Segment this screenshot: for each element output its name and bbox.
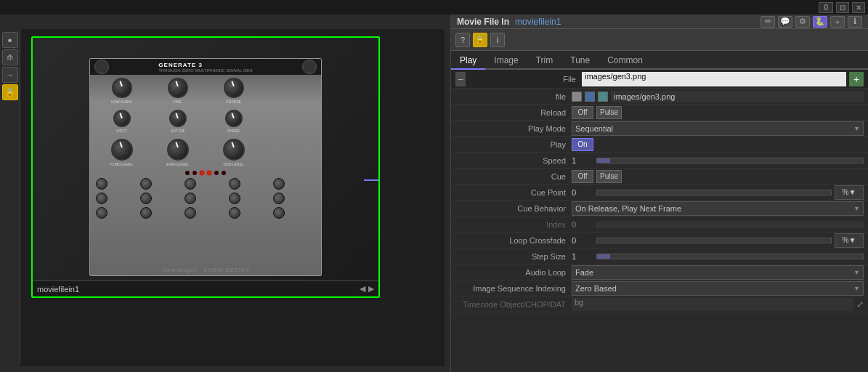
reload-label: Reload — [455, 108, 572, 117]
image-seq-text: Zero Based — [575, 284, 617, 293]
knob-low-audio[interactable] — [112, 78, 132, 98]
jacks-area-2 — [90, 191, 321, 206]
tab-tune[interactable]: Tune — [561, 52, 599, 70]
jack-10[interactable] — [273, 193, 285, 204]
jack-9[interactable] — [229, 193, 240, 204]
plus-icon-btn[interactable]: + — [830, 16, 845, 28]
jack-15[interactable] — [273, 207, 285, 219]
knob-odd[interactable] — [223, 139, 245, 161]
led-5 — [214, 171, 219, 175]
right-panel: Movie File In moviefilein1 ✏ 💬 ⚙ 🐍 + ℹ ?… — [450, 15, 868, 372]
jack-13[interactable] — [184, 207, 196, 219]
edit-icon-btn[interactable]: ✏ — [760, 16, 775, 28]
cue-pulse-btn[interactable]: Pulse — [596, 170, 622, 183]
add-file-btn[interactable]: + — [849, 72, 864, 86]
info-icon-btn[interactable]: ℹ — [848, 16, 862, 28]
canvas-area[interactable]: GENERATE 3 THROUGH ZERO MULTIPHONIC SIGN… — [20, 29, 445, 366]
sidebar-btn-lock[interactable]: 🔒 — [2, 84, 18, 100]
play-mode-value: Sequential ▼ — [572, 121, 864, 136]
sidebar-btn-arrow[interactable]: ⟰ — [2, 49, 18, 65]
jack-4[interactable] — [229, 178, 240, 190]
knob-group-2: FINE — [152, 78, 203, 104]
knob-extfm[interactable] — [169, 110, 187, 127]
cue-point-row: Cue Point 0 % ▼ — [451, 185, 868, 201]
led-6 — [222, 171, 226, 175]
lock-btn[interactable]: 🔒 — [473, 33, 487, 47]
timecode-icon[interactable]: ⤢ — [856, 299, 864, 310]
reload-pulse-btn[interactable]: Pulse — [596, 106, 622, 119]
cue-point-slider[interactable] — [596, 190, 832, 195]
file-path-row: file images/gen3.png — [451, 89, 868, 105]
swatch-gray[interactable] — [572, 92, 582, 102]
jack-6[interactable] — [96, 193, 108, 204]
image-seq-dropdown[interactable]: Zero Based ▼ — [572, 281, 864, 296]
leds-row — [90, 169, 321, 177]
knob-phase[interactable] — [225, 110, 243, 127]
python-icon-btn[interactable]: 🐍 — [813, 16, 827, 28]
window-icon-2[interactable]: ✕ — [852, 2, 865, 13]
cue-off-btn[interactable]: Off — [572, 170, 593, 183]
play-mode-label: Play Mode — [455, 124, 572, 133]
jack-7[interactable] — [140, 193, 152, 204]
speed-slider[interactable] — [596, 158, 864, 163]
knob-voct[interactable] — [113, 110, 131, 127]
settings-icon-btn[interactable]: ⚙ — [795, 16, 810, 28]
jack-2[interactable] — [140, 178, 152, 190]
play-on-btn[interactable]: On — [572, 138, 593, 151]
knob-coarse[interactable] — [224, 78, 244, 98]
loop-crossfade-slider[interactable] — [596, 238, 832, 243]
loop-crossfade-unit[interactable]: % ▼ — [835, 233, 864, 248]
jack-11[interactable] — [96, 207, 108, 219]
sidebar-btn-circle[interactable]: ● — [2, 32, 18, 48]
jack-8[interactable] — [184, 193, 196, 204]
knob-group-fund: FUND LEVEL — [96, 139, 147, 166]
file-value: images/gen3.png + — [582, 72, 864, 86]
file-input[interactable]: images/gen3.png — [582, 72, 846, 86]
jacks-area-3 — [90, 206, 321, 220]
image-seq-label: Image Sequence Indexing — [455, 284, 572, 293]
knobs-area-1: LOW AUDIO FINE COARSE — [90, 75, 321, 107]
cue-point-unit[interactable]: % ▼ — [835, 185, 864, 200]
info-btn[interactable]: i — [490, 33, 505, 47]
tab-play[interactable]: Play — [451, 52, 485, 70]
speed-value: 1 — [572, 156, 864, 165]
cue-behavior-dropdown[interactable]: On Release, Play Next Frame ▼ — [572, 201, 864, 216]
play-mode-text: Sequential — [575, 124, 613, 133]
sidebar-btn-right[interactable]: → — [2, 67, 18, 83]
knobs-area-2: V/OCT EXT FM PHASE — [90, 107, 321, 136]
step-size-slider[interactable] — [596, 254, 864, 259]
jack-12[interactable] — [140, 207, 152, 219]
jack-1[interactable] — [96, 178, 108, 190]
chat-icon-btn[interactable]: 💬 — [778, 16, 792, 28]
index-slider[interactable] — [596, 222, 864, 227]
knob-fine[interactable] — [168, 78, 188, 98]
jack-5[interactable] — [273, 178, 285, 190]
image-seq-arrow: ▼ — [853, 285, 860, 292]
play-mode-row: Play Mode Sequential ▼ — [451, 121, 868, 137]
tab-trim[interactable]: Trim — [527, 52, 562, 70]
node-container[interactable]: GENERATE 3 THROUGH ZERO MULTIPHONIC SIGN… — [31, 36, 380, 298]
audio-loop-dropdown[interactable]: Fade ▼ — [572, 265, 864, 280]
reload-off-btn[interactable]: Off — [572, 106, 593, 119]
help-btn[interactable]: ? — [455, 33, 470, 47]
play-mode-dropdown[interactable]: Sequential ▼ — [572, 121, 864, 136]
speed-slider-fill — [597, 158, 610, 163]
jack-14[interactable] — [229, 207, 240, 219]
timecode-row: Timecode Object/CHOP/DAT bg ⤢ — [451, 296, 868, 312]
node-icon-left[interactable]: ◀ — [360, 284, 365, 294]
tab-common[interactable]: Common — [599, 52, 652, 70]
minus-btn[interactable]: − — [455, 72, 466, 86]
tab-image[interactable]: Image — [485, 52, 527, 70]
timecode-input[interactable]: bg — [572, 298, 853, 311]
swatch-teal[interactable] — [598, 92, 608, 102]
knob-fund[interactable] — [111, 139, 133, 161]
node-icon-right[interactable]: ▶ — [368, 284, 374, 294]
jack-3[interactable] — [184, 178, 196, 190]
window-icon-1[interactable]: ⊡ — [836, 2, 849, 13]
knob-even[interactable] — [167, 139, 189, 161]
node-image: GENERATE 3 THROUGH ZERO MULTIPHONIC SIGN… — [33, 38, 378, 296]
image-seq-row: Image Sequence Indexing Zero Based ▼ — [451, 280, 868, 296]
audio-loop-arrow: ▼ — [853, 269, 860, 276]
step-size-fill — [597, 254, 610, 259]
swatch-blue[interactable] — [585, 92, 595, 102]
